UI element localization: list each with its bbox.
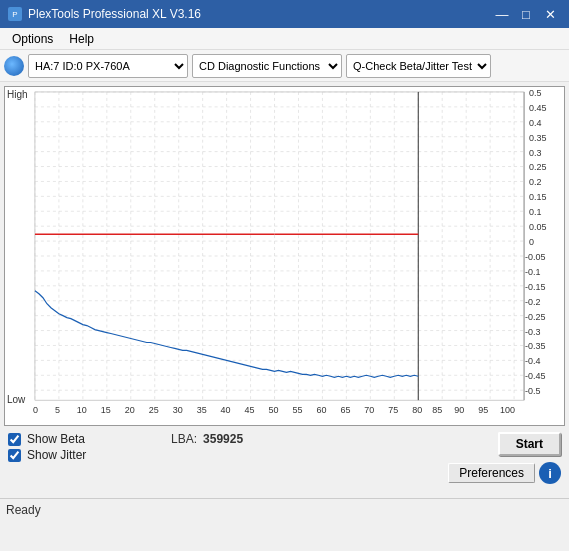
test-select[interactable]: Q-Check Beta/Jitter Test [346, 54, 491, 78]
drive-icon [4, 56, 24, 76]
svg-text:-0.25: -0.25 [525, 312, 545, 322]
lba-value: 359925 [203, 432, 243, 446]
app-icon: P [8, 7, 22, 21]
svg-text:0.15: 0.15 [529, 192, 546, 202]
drive-select[interactable]: HA:7 ID:0 PX-760A [28, 54, 188, 78]
window-title: PlexTools Professional XL V3.16 [28, 7, 201, 21]
minimize-button[interactable]: — [491, 4, 513, 24]
svg-text:30: 30 [173, 405, 183, 415]
svg-text:15: 15 [101, 405, 111, 415]
show-beta-checkbox[interactable] [8, 433, 21, 446]
right-controls: Start Preferences i [448, 432, 561, 484]
function-select[interactable]: CD Diagnostic Functions [192, 54, 342, 78]
status-text: Ready [6, 503, 41, 517]
checkbox-group: Show Beta LBA: 359925 Show Jitter [8, 432, 243, 464]
pref-info-row: Preferences i [448, 462, 561, 484]
maximize-button[interactable]: □ [515, 4, 537, 24]
svg-text:0.45: 0.45 [529, 103, 546, 113]
svg-text:55: 55 [292, 405, 302, 415]
svg-text:-0.15: -0.15 [525, 282, 545, 292]
svg-text:70: 70 [364, 405, 374, 415]
y-label-high: High [7, 89, 28, 100]
svg-text:-0.4: -0.4 [525, 356, 540, 366]
title-bar-left: P PlexTools Professional XL V3.16 [8, 7, 201, 21]
menu-help[interactable]: Help [61, 30, 102, 48]
svg-text:35: 35 [197, 405, 207, 415]
bottom-section: Show Beta LBA: 359925 Show Jitter Start … [0, 428, 569, 498]
title-bar: P PlexTools Professional XL V3.16 — □ ✕ [0, 0, 569, 28]
svg-text:90: 90 [454, 405, 464, 415]
svg-text:65: 65 [340, 405, 350, 415]
y-label-low: Low [7, 394, 25, 405]
svg-text:0.05: 0.05 [529, 222, 546, 232]
start-button[interactable]: Start [498, 432, 561, 456]
svg-text:0.4: 0.4 [529, 118, 541, 128]
svg-text:0: 0 [33, 405, 38, 415]
svg-text:5: 5 [55, 405, 60, 415]
svg-text:50: 50 [269, 405, 279, 415]
menu-options[interactable]: Options [4, 30, 61, 48]
svg-text:80: 80 [412, 405, 422, 415]
chart-svg: 0.5 0.45 0.4 0.35 0.3 0.25 0.2 0.15 0.1 … [5, 87, 564, 425]
svg-text:60: 60 [316, 405, 326, 415]
svg-text:0.35: 0.35 [529, 133, 546, 143]
svg-text:75: 75 [388, 405, 398, 415]
toolbar: HA:7 ID:0 PX-760A CD Diagnostic Function… [0, 50, 569, 82]
svg-text:-0.45: -0.45 [525, 371, 545, 381]
show-jitter-checkbox[interactable] [8, 449, 21, 462]
lba-label: LBA: [171, 432, 197, 446]
preferences-button[interactable]: Preferences [448, 463, 535, 483]
svg-text:0.2: 0.2 [529, 177, 541, 187]
svg-text:10: 10 [77, 405, 87, 415]
svg-text:20: 20 [125, 405, 135, 415]
svg-rect-0 [35, 92, 524, 400]
status-bar: Ready [0, 498, 569, 520]
chart-container: High Low [4, 86, 565, 426]
svg-text:45: 45 [245, 405, 255, 415]
menu-bar: Options Help [0, 28, 569, 50]
svg-text:0.25: 0.25 [529, 163, 546, 173]
svg-text:100: 100 [500, 405, 515, 415]
svg-text:-0.5: -0.5 [525, 386, 540, 396]
show-jitter-label: Show Jitter [27, 448, 86, 462]
show-beta-label: Show Beta [27, 432, 85, 446]
show-beta-row: Show Beta LBA: 359925 [8, 432, 243, 446]
svg-text:0.5: 0.5 [529, 88, 541, 98]
close-button[interactable]: ✕ [539, 4, 561, 24]
svg-text:-0.05: -0.05 [525, 252, 545, 262]
info-button[interactable]: i [539, 462, 561, 484]
svg-text:0.3: 0.3 [529, 148, 541, 158]
svg-text:40: 40 [221, 405, 231, 415]
title-bar-controls: — □ ✕ [491, 4, 561, 24]
svg-text:-0.2: -0.2 [525, 297, 540, 307]
show-jitter-row: Show Jitter [8, 448, 243, 462]
svg-text:-0.1: -0.1 [525, 267, 540, 277]
svg-text:85: 85 [432, 405, 442, 415]
svg-text:0: 0 [529, 237, 534, 247]
svg-text:-0.35: -0.35 [525, 341, 545, 351]
svg-text:0.1: 0.1 [529, 207, 541, 217]
svg-text:-0.3: -0.3 [525, 327, 540, 337]
svg-text:95: 95 [478, 405, 488, 415]
svg-text:25: 25 [149, 405, 159, 415]
